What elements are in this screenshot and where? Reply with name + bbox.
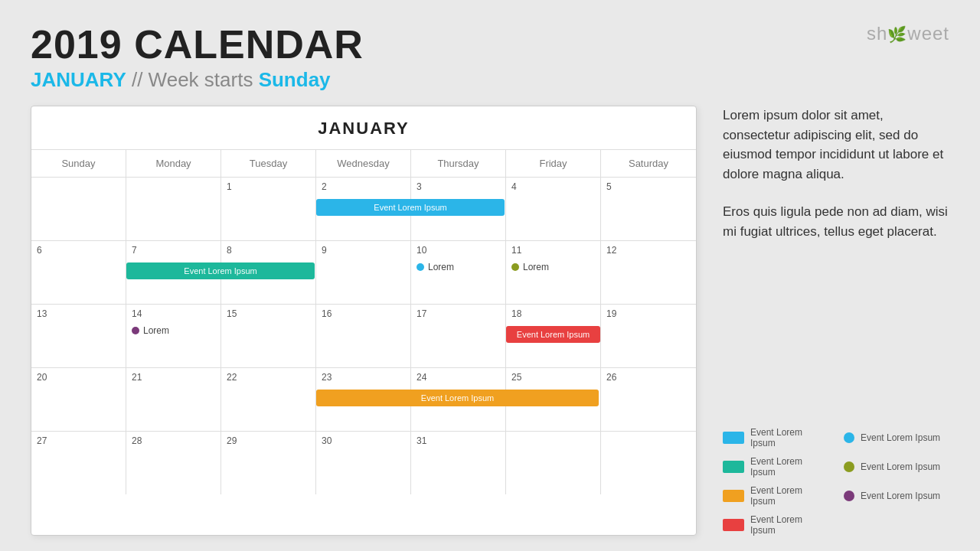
cell-w4-d2: 29 xyxy=(221,432,316,494)
legend-dot-swatch-purple xyxy=(844,491,854,501)
cell-w0-d6: 5 xyxy=(601,178,696,240)
legend-item-orange: Event Lorem Ipsum xyxy=(723,485,828,507)
week-row-3: 20 21 22 23 Event Lorem Ipsum 24 25 26 xyxy=(31,368,696,432)
legend-label-dot-purple: Event Lorem Ipsum xyxy=(861,491,940,501)
cell-w4-d3: 30 xyxy=(316,432,411,494)
legend-item-blue: Event Lorem Ipsum xyxy=(723,427,828,448)
cell-w0-d2: 1 xyxy=(221,178,316,240)
day-header-tue: Tuesday xyxy=(221,150,316,177)
legend-dot-swatch-olive xyxy=(844,461,854,472)
week-row-0: 1 2 Event Lorem Ipsum 3 4 5 xyxy=(31,178,696,241)
cell-w0-d1 xyxy=(126,178,221,240)
page: sh🌿weet 2019 CALENDAR JANUARY // Week st… xyxy=(0,0,980,551)
day-header-wed: Wednesday xyxy=(316,150,411,177)
week-row-1: 6 7 Event Lorem Ipsum 8 9 10 Lorem 11 xyxy=(31,241,696,305)
legend-label-red: Event Lorem Ipsum xyxy=(750,514,828,536)
cell-w3-d1: 21 xyxy=(126,368,221,431)
description-para2: Eros quis ligula pede non ad diam, wisi … xyxy=(723,202,949,241)
cell-w3-d2: 22 xyxy=(221,368,316,431)
cell-w2-d6: 19 xyxy=(601,305,696,367)
event-dot-label-3: Lorem xyxy=(143,325,169,336)
event-w0-blue: Event Lorem Ipsum xyxy=(316,199,505,216)
sub-title-separator: // Week starts xyxy=(132,68,259,91)
calendar-month-header: JANUARY xyxy=(31,106,696,150)
dot-olive xyxy=(511,263,519,271)
right-panel: Lorem ipsum dolor sit amet, consectetur … xyxy=(715,106,949,536)
cell-w3-d3: 23 Event Lorem Ipsum xyxy=(316,368,411,431)
legend-item-teal: Event Lorem Ipsum xyxy=(723,456,828,478)
day-header-sun: Sunday xyxy=(31,150,126,177)
legend-swatch-red xyxy=(723,519,744,531)
cell-w2-d5: 18 Event Lorem Ipsum xyxy=(506,305,601,367)
legend-label-orange: Event Lorem Ipsum xyxy=(750,485,828,507)
day-header-fri: Friday xyxy=(506,150,601,177)
event-w3-orange: Event Lorem Ipsum xyxy=(316,390,599,406)
description-para1: Lorem ipsum dolor sit amet, consectetur … xyxy=(723,106,949,184)
cell-w3-d6: 26 xyxy=(601,368,696,431)
cell-w0-d5: 4 xyxy=(506,178,601,240)
day-header-sat: Saturday xyxy=(601,150,696,177)
legend-label-teal: Event Lorem Ipsum xyxy=(750,456,828,478)
brand-logo: sh🌿weet xyxy=(867,23,949,44)
legend-swatch-teal xyxy=(723,461,744,473)
cell-w1-d0: 6 xyxy=(31,241,126,304)
sub-title: JANUARY // Week starts Sunday xyxy=(31,68,949,92)
day-header-mon: Monday xyxy=(126,150,221,177)
header: 2019 CALENDAR JANUARY // Week starts Sun… xyxy=(31,23,949,92)
day-header-thu: Thursday xyxy=(411,150,506,177)
cell-w1-d3: 9 xyxy=(316,241,411,304)
event-dot-label: Lorem xyxy=(428,262,454,272)
cell-w2-d4: 17 xyxy=(411,305,506,367)
legend-item-red: Event Lorem Ipsum xyxy=(723,514,828,536)
event-dot-label-2: Lorem xyxy=(523,262,549,272)
legend-dot-swatch-blue xyxy=(844,432,854,443)
cell-w0-d0 xyxy=(31,178,126,240)
cell-w4-d6 xyxy=(601,432,696,494)
week-start-label: Sunday xyxy=(259,68,331,91)
main-title: 2019 CALENDAR xyxy=(31,23,949,67)
legend-swatch-orange xyxy=(723,490,744,502)
cell-w0-d3: 2 Event Lorem Ipsum xyxy=(316,178,411,240)
calendar-container: JANUARY Sunday Monday Tuesday Wednesday … xyxy=(31,106,697,536)
legend-label-dot-blue: Event Lorem Ipsum xyxy=(861,432,940,443)
event-w2-red: Event Lorem Ipsum xyxy=(506,326,600,343)
legend-item-dot-blue: Event Lorem Ipsum xyxy=(844,427,949,448)
legend-item-dot-olive: Event Lorem Ipsum xyxy=(844,456,949,478)
cell-w1-d1: 7 Event Lorem Ipsum xyxy=(126,241,221,304)
cell-w1-d4: 10 Lorem xyxy=(411,241,506,304)
cell-w2-d2: 15 xyxy=(221,305,316,367)
cell-w4-d1: 28 xyxy=(126,432,221,494)
content-area: JANUARY Sunday Monday Tuesday Wednesday … xyxy=(31,106,949,536)
event-w1-teal: Event Lorem Ipsum xyxy=(126,262,315,279)
legend-label-blue: Event Lorem Ipsum xyxy=(750,427,828,448)
week-row-4: 27 28 29 30 31 xyxy=(31,432,696,494)
month-label: JANUARY xyxy=(31,68,126,91)
cell-w2-d1: 14 Lorem xyxy=(126,305,221,367)
legend-swatch-blue xyxy=(723,432,744,444)
legend-label-dot-olive: Event Lorem Ipsum xyxy=(861,461,940,472)
week-row-2: 13 14 Lorem 15 16 17 18 Event Lorem Ipsu… xyxy=(31,305,696,368)
cell-w4-d0: 27 xyxy=(31,432,126,494)
event-dot-purple: Lorem xyxy=(132,325,169,336)
cell-w2-d0: 13 xyxy=(31,305,126,367)
cell-w4-d4: 31 xyxy=(411,432,506,494)
event-dot-blue: Lorem xyxy=(416,262,454,272)
legend: Event Lorem Ipsum Event Lorem Ipsum Even… xyxy=(723,427,949,536)
cell-w2-d3: 16 xyxy=(316,305,411,367)
event-dot-olive: Lorem xyxy=(511,262,549,272)
cell-w1-d5: 11 Lorem xyxy=(506,241,601,304)
dot-purple xyxy=(132,327,139,334)
cell-w3-d0: 20 xyxy=(31,368,126,431)
dot-blue xyxy=(416,263,424,271)
legend-item-dot-purple: Event Lorem Ipsum xyxy=(844,485,949,507)
cell-w1-d6: 12 xyxy=(601,241,696,304)
cell-w4-d5 xyxy=(506,432,601,494)
day-headers: Sunday Monday Tuesday Wednesday Thursday… xyxy=(31,150,696,178)
